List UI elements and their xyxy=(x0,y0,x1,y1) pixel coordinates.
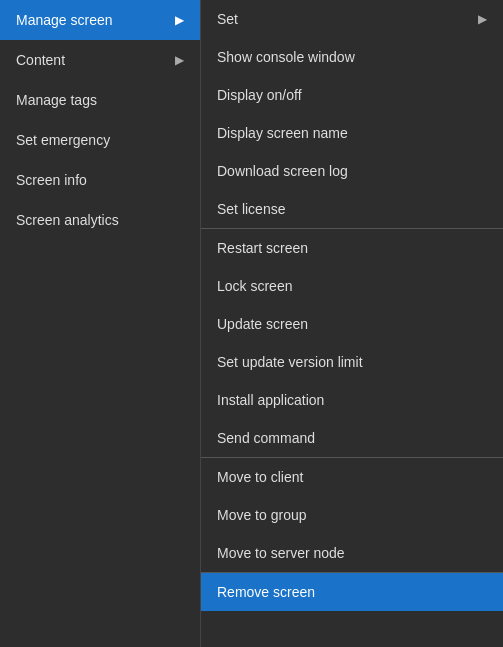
left-menu-label-screen-info: Screen info xyxy=(16,172,87,188)
right-menu-label-download-log: Download screen log xyxy=(217,163,348,179)
right-menu-label-move-to-client: Move to client xyxy=(217,469,303,485)
right-menu-item-restart-screen[interactable]: Restart screen xyxy=(201,229,503,267)
right-menu-item-update-screen[interactable]: Update screen xyxy=(201,305,503,343)
right-menu: Set▶Show console windowDisplay on/offDis… xyxy=(200,0,503,647)
left-menu-label-screen-analytics: Screen analytics xyxy=(16,212,119,228)
left-menu-item-manage-screen[interactable]: Manage screen▶ xyxy=(0,0,200,40)
left-menu-item-manage-tags[interactable]: Manage tags xyxy=(0,80,200,120)
right-menu-item-set-license[interactable]: Set license xyxy=(201,190,503,228)
right-menu-item-move-to-group[interactable]: Move to group xyxy=(201,496,503,534)
arrow-icon-content: ▶ xyxy=(175,53,184,67)
arrow-icon-set: ▶ xyxy=(478,12,487,26)
left-menu-item-content[interactable]: Content▶ xyxy=(0,40,200,80)
left-menu-label-manage-screen: Manage screen xyxy=(16,12,113,28)
right-menu-label-display-name: Display screen name xyxy=(217,125,348,141)
right-menu-item-install-application[interactable]: Install application xyxy=(201,381,503,419)
left-menu: Manage screen▶Content▶Manage tagsSet eme… xyxy=(0,0,200,647)
right-menu-label-restart-screen: Restart screen xyxy=(217,240,308,256)
left-menu-item-set-emergency[interactable]: Set emergency xyxy=(0,120,200,160)
right-menu-item-set-update-limit[interactable]: Set update version limit xyxy=(201,343,503,381)
left-menu-label-set-emergency: Set emergency xyxy=(16,132,110,148)
right-menu-label-move-to-group: Move to group xyxy=(217,507,307,523)
right-menu-item-show-console[interactable]: Show console window xyxy=(201,38,503,76)
right-menu-item-move-to-client[interactable]: Move to client xyxy=(201,458,503,496)
left-menu-label-content: Content xyxy=(16,52,65,68)
right-menu-label-send-command: Send command xyxy=(217,430,315,446)
right-menu-label-set-license: Set license xyxy=(217,201,285,217)
left-menu-item-screen-analytics[interactable]: Screen analytics xyxy=(0,200,200,240)
right-menu-label-install-application: Install application xyxy=(217,392,324,408)
right-menu-label-display-onoff: Display on/off xyxy=(217,87,302,103)
right-menu-label-show-console: Show console window xyxy=(217,49,355,65)
right-menu-label-remove-screen: Remove screen xyxy=(217,584,315,600)
right-menu-label-set-update-limit: Set update version limit xyxy=(217,354,363,370)
right-menu-item-move-to-server[interactable]: Move to server node xyxy=(201,534,503,572)
right-menu-label-lock-screen: Lock screen xyxy=(217,278,292,294)
left-menu-item-screen-info[interactable]: Screen info xyxy=(0,160,200,200)
left-menu-label-manage-tags: Manage tags xyxy=(16,92,97,108)
right-menu-item-send-command[interactable]: Send command xyxy=(201,419,503,457)
right-menu-item-lock-screen[interactable]: Lock screen xyxy=(201,267,503,305)
right-menu-item-remove-screen[interactable]: Remove screen xyxy=(201,573,503,611)
right-menu-item-set[interactable]: Set▶ xyxy=(201,0,503,38)
right-menu-item-display-name[interactable]: Display screen name xyxy=(201,114,503,152)
right-menu-item-download-log[interactable]: Download screen log xyxy=(201,152,503,190)
right-menu-label-set: Set xyxy=(217,11,238,27)
arrow-icon-manage-screen: ▶ xyxy=(175,13,184,27)
right-menu-label-move-to-server: Move to server node xyxy=(217,545,345,561)
right-menu-item-display-onoff[interactable]: Display on/off xyxy=(201,76,503,114)
right-menu-label-update-screen: Update screen xyxy=(217,316,308,332)
